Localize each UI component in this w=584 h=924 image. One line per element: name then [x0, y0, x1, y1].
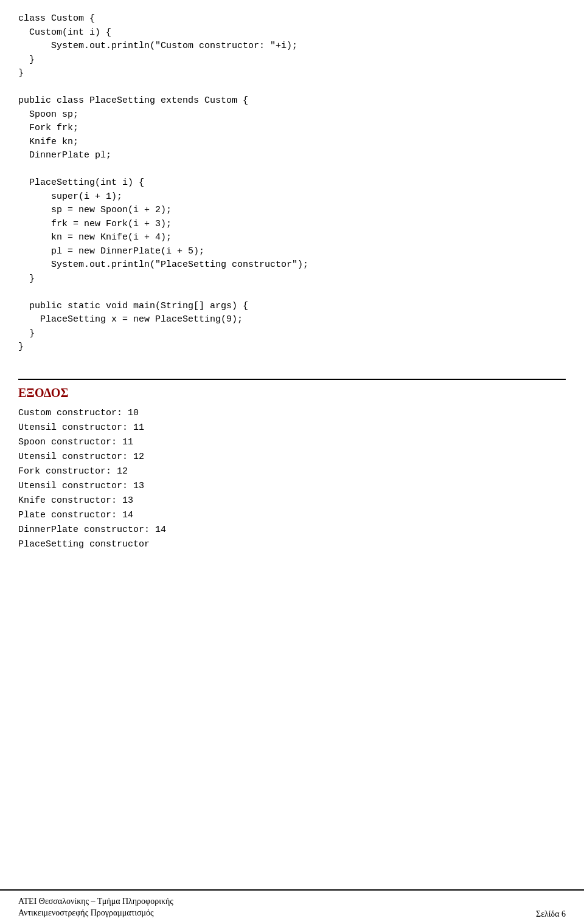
footer-course: Αντικειμενοστρεφής Προγραμματισμός: [18, 907, 173, 919]
output-heading: ΕΞΟΔΟΣ: [18, 386, 566, 400]
section-divider: [18, 379, 566, 380]
page-content: class Custom { Custom(int i) { System.ou…: [0, 0, 584, 625]
footer-left: ΑΤΕΙ Θεσσαλονίκης – Τμήμα Πληροφορικής Α…: [18, 895, 173, 919]
footer-page-number: Σελίδα 6: [536, 909, 566, 919]
code-block: class Custom { Custom(int i) { System.ou…: [18, 12, 566, 354]
footer-institution: ΑΤΕΙ Θεσσαλονίκης – Τμήμα Πληροφορικής: [18, 895, 173, 908]
page-footer: ΑΤΕΙ Θεσσαλονίκης – Τμήμα Πληροφορικής Α…: [0, 889, 584, 924]
output-block: Custom constructor: 10 Utensil construct…: [18, 406, 566, 552]
